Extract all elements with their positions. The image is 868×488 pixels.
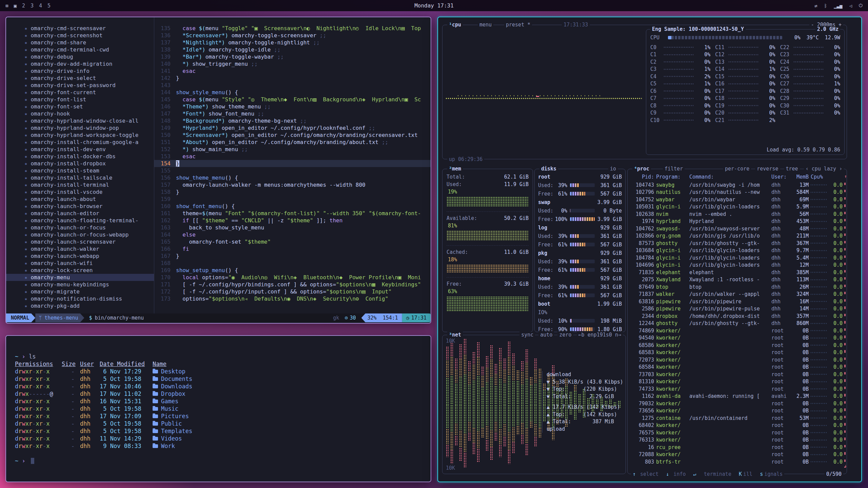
tree-item[interactable]: ∗omarchy-launch-browser [6,203,154,210]
proc-control-tree[interactable]: tree [784,166,800,172]
proc-row[interactable]: 1162avahi-daavahi-daemon: running [avahi… [630,393,843,400]
bluetooth-icon[interactable]: ᛒ [824,3,827,8]
proc-row[interactable]: 87573ghostty/usr/bin/ghostty --gtk-dhh36… [630,240,843,247]
workspace-button-4[interactable]: 4 [39,3,42,9]
proc-row[interactable]: 102638nvimnvim --embed .dhh56M0.0 [630,210,843,218]
apps-icon[interactable]: ⊞ [5,3,8,8]
proc-row[interactable]: 68586kworker/root0B0.0 [630,342,843,349]
net-control[interactable]: auto [538,332,554,338]
tree-item[interactable]: ∗omarchy-cmd-screenshot [6,32,154,39]
key-hint[interactable]: ↵ [693,471,696,477]
io-mode-button[interactable]: io [608,166,618,172]
net-control[interactable]: zero [557,332,573,338]
workspace-button-5[interactable]: 5 [47,3,51,9]
proc-row[interactable]: 72088kworker/root0B0.0 [630,451,843,459]
tree-item[interactable]: ∗omarchy-launch-wifi [6,260,154,267]
tree-item[interactable]: ∗omarchy-font-list [6,96,154,103]
proc-row[interactable]: 73703kworker/root0B0.0 [630,371,843,378]
proc-row[interactable]: 74733kworker/root0B0.0 [630,385,843,393]
key-hint[interactable]: K [739,471,742,477]
proc-row[interactable]: 73656kworker/root0B0.0 [630,407,843,415]
ls-terminal-window[interactable]: ~ › lsPermissionsSizeUserDate ModifiedNa… [5,335,431,482]
code-pane[interactable]: 135 case $(menu "Toggle" "▣ Screensaver\… [154,17,431,313]
proc-row[interactable]: 71837walker/usr/bin/walker --gappldhh324… [630,291,843,298]
proc-row[interactable]: 104752waybar/usr/bin/waybardhh69M0.0 [630,196,843,203]
tree-item[interactable]: ∗omarchy-launch-about [6,196,154,203]
tree-item[interactable]: ∗omarchy-install-tailscale [6,174,154,181]
tree-item[interactable]: ∗omarchy-cmd-screensaver [6,25,154,32]
tree-item[interactable]: ∗omarchy-launch-screensaver [6,238,154,245]
proc-row[interactable]: 68402kworker/root0B0.0 [630,422,843,429]
tree-item[interactable]: ∗omarchy-install-docker-dbs [6,153,154,160]
tree-item[interactable]: ∗omarchy-notification-dismiss [6,295,154,302]
tree-item[interactable]: ∗omarchy-menu [6,274,154,281]
column-header[interactable]: User: [771,174,790,180]
tree-item[interactable]: ∗omarchy-hyprland-window-pop [6,124,154,131]
column-header[interactable]: Command: [689,174,769,180]
proc-row[interactable]: 104743swaybg/usr/bin/swaybg -i /homdhh13… [630,181,843,189]
proc-row[interactable]: 1275containe/usr/bin/containerdroot53M0.… [630,414,843,422]
key-hint[interactable]: ↓ [666,471,669,477]
proc-row[interactable]: 74869kworker/root0B0.0 [630,327,843,334]
tree-item[interactable]: ∗omarchy-install-vscode [6,188,154,196]
tree-item[interactable]: ∗omarchy-install-chromium-google-a [6,139,154,146]
tree-item[interactable]: ∗omarchy-install-dev-env [6,146,154,153]
screencast-icon[interactable]: ⇄ [814,3,817,8]
tree-item[interactable]: ∗omarchy-launch-or-focus [6,224,154,231]
tree-item[interactable]: ∗omarchy-lock-screen [6,267,154,274]
column-header[interactable]: Pid: [630,174,654,180]
proc-row[interactable]: 803btrfs-trroot0B0.0 [630,458,843,466]
proc-row[interactable]: 1974hyprlandHyprlanddhh453M0.0 [630,218,843,225]
proc-row[interactable]: 68583kworker/root0B0.0 [630,349,843,357]
key-hint[interactable]: ↑ [633,471,636,477]
tree-item[interactable]: ∗omarchy-launch-walker [6,245,154,252]
tree-item[interactable]: ∗omarchy-launch-or-focus-webapp [6,231,154,238]
proc-row[interactable]: 87649btopbtopdhh26M0.0 [630,283,843,291]
tree-item[interactable]: ∗omarchy-hook [6,110,154,117]
workspace-button-2[interactable]: 2 [22,3,25,9]
proc-row[interactable]: 102796nautilus/usr/bin/nautilus --newdhh… [630,189,843,196]
nvim-terminal-window[interactable]: ∗omarchy-cmd-screensaver∗omarchy-cmd-scr… [5,17,431,324]
scroll-up-icon[interactable]: ↑ [844,174,847,179]
tree-item[interactable]: ∗omarchy-migrate [6,288,154,295]
menu-button[interactable]: menu [478,22,493,28]
proc-row[interactable]: 2075XwaylandXwayland :1 -rootless -dhh11… [630,276,843,284]
proc-row[interactable]: 104762swayosd-/usr/bin/swayosd-serverdhh… [630,225,843,232]
workspace-button-3[interactable]: 3 [31,3,34,9]
column-header[interactable]: Program: [656,174,687,180]
proc-row[interactable]: 81310kworker/root0B0.0 [630,378,843,386]
proc-row[interactable]: 2344dropbox/home/dhh/.dropbox-distdhh357… [630,312,843,320]
proc-row[interactable]: 2586pipewire/usr/bin/pipewire-pulsedhh14… [630,305,843,313]
tree-item[interactable]: ∗omarchy-menu-keybindings [6,281,154,288]
proc-row[interactable]: 72073kworker/root0B0.0 [630,356,843,364]
proc-row[interactable]: 94540kworker/root0B0.0 [630,334,843,342]
key-hint[interactable]: s [760,471,763,477]
proc-row[interactable]: 68584kworker/root0B0.0 [630,364,843,371]
tree-item[interactable]: ∗omarchy-dev-add-migration [6,60,154,67]
proc-row[interactable]: 79032kworker/root0B0.0 [630,400,843,407]
process-table-header[interactable]: Pid:Program:Command:User:MemBCpu% [630,173,843,181]
tree-item[interactable]: ∗omarchy-install-steam [6,167,154,174]
proc-row[interactable]: 76313kworker/root0B0.0 [630,436,843,444]
tree-item[interactable]: ∗omarchy-cmd-terminal-cwd [6,46,154,53]
proc-control-per-core[interactable]: per-core [723,166,751,172]
proc-row[interactable]: 104784glycin-i/usr/lib/glycin-loadersdhh… [630,254,843,262]
tree-item[interactable]: ∗omarchy-font-set [6,103,154,110]
terminal-output[interactable]: ~ › lsPermissionsSizeUserDate ModifiedNa… [6,336,431,482]
proc-control-reverse[interactable]: reverse [755,166,780,172]
preset-button[interactable]: preset * [504,22,532,28]
proc-row[interactable]: 105031glycin-i/usr/lib/glycin-loadersdhh… [630,203,843,211]
column-header[interactable]: MemB [792,174,809,180]
workspace-active-icon[interactable]: ▣ [14,3,16,8]
tree-item[interactable]: ∗omarchy-hyprland-workspace-toggle [6,131,154,139]
proc-row[interactable]: 16rcu_preeroot0B0.0 [630,444,843,451]
process-scrollbar[interactable] [844,183,846,468]
proc-sort-mode[interactable]: ‹ cpu lazy › [804,166,844,172]
tree-item[interactable]: ∗omarchy-install-dropbox [6,160,154,167]
tree-item[interactable]: ∗omarchy-drive-select [6,75,154,82]
proc-row[interactable]: 63816pipewire/usr/bin/pipewiredhh16M0.0 [630,298,843,305]
tree-item[interactable]: ∗omarchy-launch-webapp [6,252,154,260]
tree-item[interactable]: ∗omarchy-hyprland-window-close-all [6,117,154,124]
proc-row[interactable]: 102866org.gnom/usr/bin/gjs /usr/lib/odhh… [630,232,843,240]
tree-item[interactable]: ∗omarchy-pkg-add [6,302,154,309]
